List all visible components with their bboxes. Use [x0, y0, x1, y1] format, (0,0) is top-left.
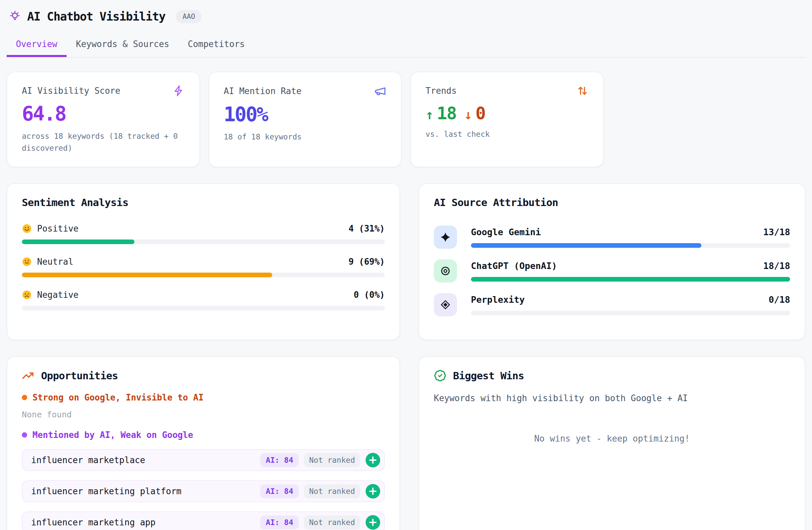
opportunity-row[interactable]: influencer marketing platform AI: 84 Not…	[22, 480, 385, 502]
dashboard-page: AI Chatbot Visibility AAO Overview Keywo…	[0, 0, 812, 530]
source-name: Perplexity	[471, 295, 525, 305]
tab-competitors[interactable]: Competitors	[178, 33, 254, 57]
visibility-score-value: 64.8	[22, 102, 185, 125]
attribution-panel-title: AI Source Attribution	[434, 197, 790, 209]
plus-icon	[369, 487, 377, 495]
source-bar-track	[471, 243, 790, 248]
lightbulb-icon	[9, 10, 21, 23]
arrow-up-down-icon	[577, 85, 589, 97]
keyword-text: influencer marketing app	[31, 517, 156, 527]
attribution-row-perplexity: Perplexity 0/18	[434, 293, 790, 316]
app-header: AI Chatbot Visibility AAO	[6, 0, 806, 23]
visibility-score-subtext: across 18 keywords (18 tracked + 0 disco…	[22, 130, 185, 154]
sentiment-value: 9 (69%)	[348, 257, 385, 267]
tab-keywords-sources[interactable]: Keywords & Sources	[67, 33, 178, 57]
ai-score-badge: AI: 84	[260, 453, 299, 467]
rank-badge: Not ranked	[304, 515, 360, 529]
tab-overview[interactable]: Overview	[6, 33, 67, 57]
aao-badge: AAO	[176, 10, 202, 23]
sentiment-value: 0 (0%)	[354, 290, 385, 300]
sentiment-label: Neutral	[37, 257, 73, 267]
source-bar-fill	[471, 243, 701, 248]
sentiment-panel-title: Sentiment Analysis	[22, 197, 385, 209]
trends-subtext: vs. last check	[425, 129, 589, 141]
attribution-row-chatgpt: ChatGPT (OpenAI) 18/18	[434, 259, 790, 283]
source-score: 0/18	[769, 295, 790, 305]
page-title: AI Chatbot Visibility	[27, 10, 165, 23]
keyword-text: influencer marketplace	[31, 455, 145, 465]
group-mentioned-by-ai-label: Mentioned by AI, Weak on Google	[22, 430, 385, 440]
trend-down-arrow: ↓	[464, 107, 472, 122]
sentiment-label: Positive	[37, 224, 78, 233]
source-bar-track	[471, 277, 790, 282]
megaphone-icon	[374, 85, 387, 97]
opportunities-panel: Opportunities Strong on Google, Invisibl…	[6, 356, 400, 530]
card-label: AI Visibility Score	[22, 86, 120, 96]
trend-up-value: 18	[437, 103, 456, 123]
chatgpt-circle-dot-icon	[434, 259, 457, 283]
sentiment-analysis-panel: Sentiment Analysis Posit	[6, 183, 400, 340]
card-label: AI Mention Rate	[224, 86, 302, 96]
sentiment-bar-track	[22, 306, 385, 310]
orange-dot-icon	[22, 395, 27, 400]
card-ai-visibility-score: AI Visibility Score 64.8 across 18 keywo…	[6, 72, 200, 167]
purple-dot-icon	[22, 432, 27, 438]
sentiment-list: Positive 4 (31%)	[22, 224, 385, 310]
sentiment-row-negative: Negative 0 (0%)	[22, 290, 385, 310]
trends-values: ↑ 18 ↓ 0	[425, 103, 589, 123]
ai-source-attribution-panel: AI Source Attribution Google Gemini 13/1…	[419, 183, 806, 340]
card-ai-mention-rate: AI Mention Rate 100% 18 of 18 keywords	[209, 72, 402, 167]
sentiment-label: Negative	[37, 290, 78, 300]
badge-check-icon	[434, 369, 446, 382]
biggest-wins-panel: Biggest Wins Keywords with high visibili…	[419, 356, 806, 530]
card-trends: Trends ↑ 18 ↓ 0 vs. last check	[410, 72, 604, 167]
source-name: ChatGPT (OpenAI)	[471, 261, 557, 271]
wins-panel-title: Biggest Wins	[453, 370, 524, 382]
card-label: Trends	[425, 86, 457, 96]
opportunity-rows: influencer marketplace AI: 84 Not ranked	[22, 449, 385, 530]
mention-rate-subtext: 18 of 18 keywords	[224, 131, 387, 143]
perplexity-diamond-icon	[434, 293, 457, 316]
trending-up-icon	[22, 369, 34, 382]
source-bar-fill	[471, 277, 790, 282]
sentiment-row-positive: Positive 4 (31%)	[22, 224, 385, 244]
plus-icon	[369, 456, 377, 464]
ai-score-badge: AI: 84	[260, 515, 299, 529]
zap-icon	[173, 85, 185, 97]
negative-emoji-icon	[22, 290, 32, 300]
plus-icon	[369, 518, 377, 526]
opportunities-panel-title: Opportunities	[41, 370, 118, 382]
add-keyword-button[interactable]	[366, 484, 380, 499]
mention-rate-value: 100%	[224, 103, 387, 126]
source-name: Google Gemini	[471, 227, 541, 237]
trend-up-arrow: ↑	[425, 107, 434, 122]
sentiment-row-neutral: Neutral 9 (69%)	[22, 257, 385, 277]
gemini-sparkle-icon	[434, 226, 457, 249]
source-score: 18/18	[763, 261, 790, 271]
rank-badge: Not ranked	[304, 484, 360, 498]
sentiment-bar-fill	[22, 240, 134, 244]
wins-subtitle: Keywords with high visibility on both Go…	[434, 393, 790, 403]
opportunity-row[interactable]: influencer marketing app AI: 84 Not rank…	[22, 512, 385, 530]
ai-score-badge: AI: 84	[260, 484, 299, 498]
attribution-row-gemini: Google Gemini 13/18	[434, 226, 790, 249]
stat-cards-row: AI Visibility Score 64.8 across 18 keywo…	[6, 72, 806, 167]
sentiment-bar-track	[22, 273, 385, 277]
wins-empty-state: No wins yet - keep optimizing!	[434, 434, 790, 444]
attribution-list: Google Gemini 13/18	[434, 226, 790, 316]
trend-down-value: 0	[476, 103, 485, 123]
group-strong-on-google-label: Strong on Google, Invisible to AI	[22, 392, 385, 402]
source-score: 13/18	[763, 227, 790, 237]
keyword-text: influencer marketing platform	[31, 486, 182, 496]
opportunity-row[interactable]: influencer marketplace AI: 84 Not ranked	[22, 449, 385, 471]
add-keyword-button[interactable]	[366, 515, 380, 530]
sentiment-value: 4 (31%)	[348, 224, 385, 233]
rank-badge: Not ranked	[304, 453, 360, 467]
none-found-text: None found	[22, 410, 385, 419]
source-bar-track	[471, 311, 790, 315]
neutral-emoji-icon	[22, 257, 32, 267]
add-keyword-button[interactable]	[366, 453, 380, 468]
sentiment-bar-track	[22, 240, 385, 244]
positive-emoji-icon	[22, 224, 32, 233]
sentiment-bar-fill	[22, 273, 272, 277]
